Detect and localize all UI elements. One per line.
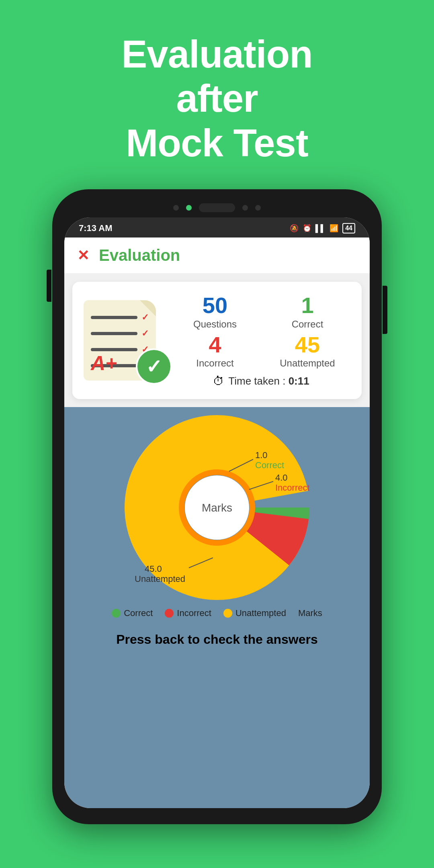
power-button — [383, 286, 387, 334]
line-bar-2 — [91, 332, 137, 335]
score-illustration: ✓ ✓ ✓ ✓ — [84, 300, 164, 381]
unattempted-text-label: Unattempted — [135, 574, 185, 584]
legend-correct: Correct — [112, 608, 153, 618]
questions-number: 50 — [172, 293, 258, 318]
check-2: ✓ — [141, 328, 149, 339]
stat-correct: 1 Correct — [264, 293, 350, 330]
status-time: 7:13 AM — [79, 223, 113, 233]
bell-icon: 🔕 — [290, 224, 299, 233]
legend-unattempted: Unattempted — [223, 608, 286, 618]
incorrect-number: 4 — [172, 332, 258, 357]
stat-unattempted: 45 Unattempted — [264, 332, 350, 369]
legend-incorrect: Incorrect — [165, 608, 211, 618]
score-card: ✓ ✓ ✓ ✓ — [72, 282, 362, 399]
time-row: ⏱ Time taken : 0:11 — [172, 375, 350, 388]
green-checkmark: ✓ — [136, 348, 172, 385]
correct-text-label: Correct — [255, 460, 284, 470]
status-bar: 7:13 AM 🔕 ⏰ ▌▌ 📶 44 — [64, 217, 370, 237]
grade-text: A+ — [91, 352, 117, 375]
donut-chart: Marks 1.0 Correct 4.0 Incorrect 45.0 — [125, 415, 309, 600]
correct-value-label: 1.0 — [255, 450, 268, 460]
score-stats: 50 Questions 1 Correct 4 Incorrect 45 Un… — [172, 293, 350, 388]
line-bar — [91, 316, 137, 319]
close-button[interactable]: ✕ — [77, 248, 89, 263]
phone-screen: 7:13 AM 🔕 ⏰ ▌▌ 📶 44 ✕ Evaluation — [64, 217, 370, 808]
incorrect-label: Incorrect — [172, 358, 258, 369]
legend-correct-label: Correct — [124, 608, 153, 618]
legend-dot-unattempted — [223, 609, 232, 618]
wifi-icon: 📶 — [330, 224, 338, 233]
volume-button — [47, 270, 51, 302]
donut-svg: Marks 1.0 Correct 4.0 Incorrect 45.0 — [125, 415, 309, 600]
legend-unattempted-label: Unattempted — [235, 608, 286, 618]
incorrect-text-label: Incorrect — [275, 483, 309, 493]
unattempted-number: 45 — [264, 332, 350, 357]
check-1: ✓ — [141, 312, 149, 323]
app-header: ✕ Evaluation — [64, 237, 370, 274]
phone-top-bar — [153, 201, 281, 215]
legend-marks: Marks — [298, 608, 322, 618]
chart-legend: Correct Incorrect Unattempted Marks — [112, 608, 322, 618]
app-title: Evaluation — [99, 246, 180, 264]
signal-icon: ▌▌ — [315, 224, 326, 233]
camera-dot-left — [173, 205, 179, 211]
legend-marks-label: Marks — [298, 608, 322, 618]
donut-center-label: Marks — [202, 502, 232, 514]
chart-section: Marks 1.0 Correct 4.0 Incorrect 45.0 — [64, 407, 370, 808]
time-label: Time taken : 0:11 — [228, 375, 309, 387]
phone-bezel: 7:13 AM 🔕 ⏰ ▌▌ 📶 44 ✕ Evaluation — [52, 189, 382, 824]
incorrect-value-label: 4.0 — [275, 473, 288, 483]
unattempted-value-label: 45.0 — [145, 564, 162, 574]
camera-dot-center — [186, 205, 192, 211]
paper-line-1: ✓ — [91, 312, 149, 323]
correct-label: Correct — [264, 319, 350, 330]
paper-line-2: ✓ — [91, 328, 149, 339]
hero-title: Evaluation after Mock Test — [121, 32, 312, 165]
pill-bar — [199, 203, 235, 212]
stat-questions: 50 Questions — [172, 293, 258, 330]
legend-dot-incorrect — [165, 609, 174, 618]
phone-device: 7:13 AM 🔕 ⏰ ▌▌ 📶 44 ✕ Evaluation — [52, 189, 382, 824]
stat-incorrect: 4 Incorrect — [172, 332, 258, 369]
unattempted-label: Unattempted — [264, 358, 350, 369]
legend-dot-correct — [112, 609, 121, 618]
line-bar-3 — [91, 348, 137, 351]
bottom-text: Press back to check the answers — [105, 625, 329, 654]
camera-dot-right1 — [242, 205, 248, 211]
battery-icon: 44 — [342, 223, 355, 233]
status-icons: 🔕 ⏰ ▌▌ 📶 44 — [290, 223, 355, 233]
camera-dot-right2 — [255, 205, 261, 211]
questions-label: Questions — [172, 319, 258, 330]
correct-number: 1 — [264, 293, 350, 318]
legend-incorrect-label: Incorrect — [177, 608, 211, 618]
alarm-icon: ⏰ — [303, 224, 311, 233]
time-icon: ⏱ — [213, 375, 224, 388]
